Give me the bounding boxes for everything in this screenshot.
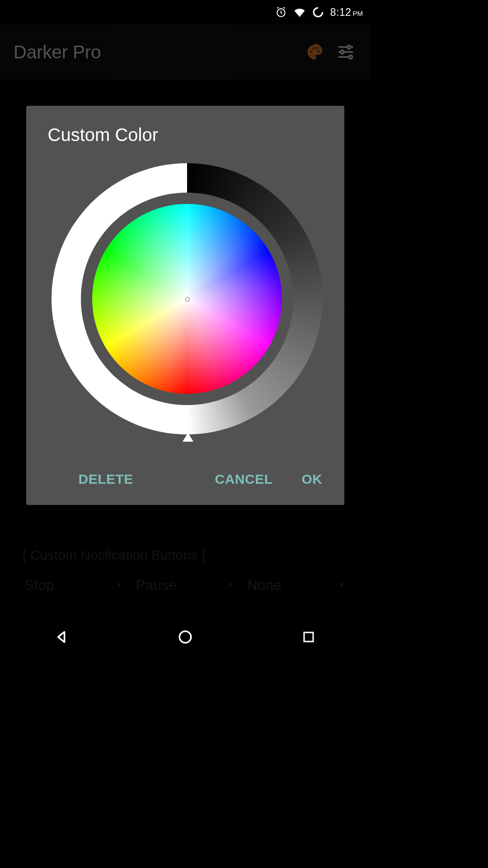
dialog-title: Custom Color (48, 125, 326, 145)
dialog-scrim[interactable]: Custom Color DELETE CANCEL OK (0, 80, 370, 615)
svg-point-2 (310, 51, 312, 53)
svg-point-5 (318, 50, 320, 52)
app-bar: Darker Pro (0, 24, 370, 80)
svg-point-7 (341, 50, 344, 53)
navigation-bar (0, 615, 370, 658)
status-bar: 8:12PM (0, 0, 370, 24)
color-selection-marker[interactable] (185, 297, 190, 302)
color-picker[interactable] (52, 163, 323, 443)
custom-color-dialog: Custom Color DELETE CANCEL OK (26, 106, 344, 505)
cancel-button[interactable]: CANCEL (211, 466, 277, 492)
svg-point-4 (315, 47, 318, 49)
wifi-icon (293, 6, 306, 19)
value-ring-handle-icon[interactable] (183, 433, 193, 442)
dialog-actions: DELETE CANCEL OK (48, 466, 326, 492)
loading-ring-icon (312, 6, 324, 18)
status-time: 8:12PM (330, 6, 363, 19)
svg-point-3 (312, 47, 314, 49)
delete-button[interactable]: DELETE (75, 466, 137, 492)
recent-apps-button[interactable] (295, 623, 322, 651)
app-title: Darker Pro (14, 42, 295, 62)
svg-rect-10 (304, 632, 313, 642)
svg-point-1 (314, 8, 323, 17)
svg-point-8 (349, 55, 352, 58)
value-ring-pointer[interactable] (187, 405, 188, 433)
svg-point-9 (179, 631, 191, 643)
svg-point-6 (347, 45, 351, 48)
content-area: [ Custom Notification Buttons ] Stop ▼ P… (0, 80, 370, 615)
home-button[interactable] (172, 623, 199, 651)
palette-icon[interactable] (304, 41, 326, 63)
back-button[interactable] (48, 623, 75, 651)
alarm-icon (275, 6, 287, 18)
ok-button[interactable]: OK (298, 466, 326, 492)
sliders-icon[interactable] (335, 41, 357, 63)
